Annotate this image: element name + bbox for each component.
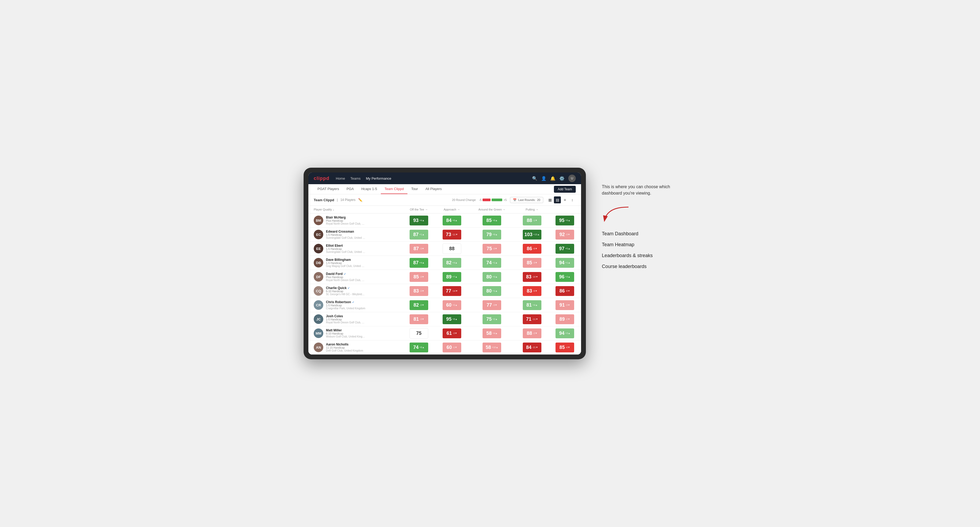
metric-value-approach-8: 58	[486, 330, 492, 336]
col-approach[interactable]: Approach →	[435, 206, 468, 213]
metric-box-tee-8: 61 -3▼	[442, 329, 461, 338]
player-name-2: Elliot Ebert	[326, 244, 366, 248]
col-off-tee[interactable]: Off the Tee →	[402, 206, 435, 213]
metric-value-quality-3: 87	[413, 260, 418, 266]
metric-value-green-1: 103	[524, 232, 532, 237]
metric-value-quality-0: 93	[413, 218, 418, 223]
player-details-8: Matt Miller 6-10 Handicap Woburn Golf Cl…	[326, 329, 366, 338]
metric-change: -1▼	[453, 346, 457, 349]
metric-putting-8: 94 +3▲	[548, 326, 581, 340]
metric-green-6: 81 +4▲	[516, 298, 549, 312]
round-change-label: 20 Round Change	[452, 198, 476, 202]
metric-box-green-3: 85 -3▼	[523, 258, 541, 268]
table-row[interactable]: JC Josh Coles 1-5 Handicap Royal North D…	[309, 312, 581, 326]
nav-my-performance[interactable]: My Performance	[366, 175, 391, 181]
player-name-5: Charlie Quick ✓	[326, 286, 366, 290]
player-handicap-0: Plus Handicap	[326, 219, 366, 222]
player-cell-8[interactable]: MM Matt Miller 6-10 Handicap Woburn Golf…	[309, 326, 402, 340]
metric-box-green-7: 71 -11▼	[523, 314, 541, 324]
metric-change: -3▼	[533, 261, 538, 264]
table-row[interactable]: BM Blair McHarg Plus Handicap Royal Nort…	[309, 213, 581, 227]
player-cell-9[interactable]: AN Aaron Nicholls 11-15 Handicap Drift G…	[309, 340, 402, 354]
metric-change: +2▲	[452, 304, 458, 306]
metric-change: -2▼	[566, 318, 570, 321]
tab-team-clippd[interactable]: Team Clippd	[381, 184, 407, 194]
metric-box-quality-4: 85 -3▼	[410, 272, 428, 282]
bell-icon[interactable]: 🔔	[550, 176, 555, 181]
metric-box-tee-5: 77 -14▼	[442, 286, 461, 296]
user-icon[interactable]: 👤	[541, 176, 546, 181]
player-cell-0[interactable]: BM Blair McHarg Plus Handicap Royal Nort…	[309, 213, 402, 227]
metric-putting-9: 85 -4▼	[548, 340, 581, 354]
col-putting[interactable]: Putting →	[516, 206, 549, 213]
avatar-initials-3: DB	[314, 258, 323, 268]
col-around-green[interactable]: Around the Green →	[468, 206, 516, 213]
view-toggle: ▦ ▤ ≡ ↕	[546, 197, 576, 203]
avatar-initials-7: JC	[314, 314, 323, 324]
metric-value-quality-6: 82	[414, 302, 419, 308]
tab-pgat-players[interactable]: PGAT Players	[314, 184, 343, 194]
search-icon[interactable]: 🔍	[532, 176, 538, 181]
edit-icon[interactable]: ✏️	[358, 198, 363, 202]
metric-value-quality-7: 81	[414, 316, 419, 322]
player-name-0: Blair McHarg	[326, 216, 366, 219]
metric-value-putting-3: 94	[559, 260, 565, 266]
metric-tee-6: 60 +2▲	[435, 298, 468, 312]
avatar-initials-4: DF	[314, 272, 323, 282]
table-row[interactable]: EC Edward Crossman 1-5 Handicap Sunningd…	[309, 227, 581, 242]
col-player-quality[interactable]: Player Quality ↓	[309, 206, 402, 213]
table-row[interactable]: DB Dave Billingham 1-5 Handicap Gog Mago…	[309, 256, 581, 270]
player-cell-3[interactable]: DB Dave Billingham 1-5 Handicap Gog Mago…	[309, 256, 402, 270]
table-row[interactable]: CR Chris Robertson ✓ 1-5 Handicap Craigm…	[309, 298, 581, 312]
metric-value-green-4: 83	[526, 274, 531, 280]
settings-view-button[interactable]: ↕	[569, 197, 576, 203]
player-cell-2[interactable]: EE Elliot Ebert 1-5 Handicap Sunningdale…	[309, 242, 402, 256]
table-row[interactable]: EE Elliot Ebert 1-5 Handicap Sunningdale…	[309, 242, 581, 256]
tab-all-players[interactable]: All Players	[422, 184, 445, 194]
grid-view-button[interactable]: ▦	[546, 197, 554, 203]
nav-home[interactable]: Home	[336, 175, 345, 181]
table-row[interactable]: DF David Ford ✓ Plus Handicap Royal Nort…	[309, 270, 581, 284]
last-rounds-button[interactable]: 📅 Last Rounds: 20	[510, 197, 543, 203]
table-row[interactable]: MM Matt Miller 6-10 Handicap Woburn Golf…	[309, 326, 581, 340]
metric-change: -8▼	[566, 290, 570, 292]
metric-tee-0: 84 +6▲	[435, 213, 468, 227]
metric-value-green-0: 88	[527, 218, 532, 223]
player-name-8: Matt Miller	[326, 329, 366, 332]
metric-box-approach-8: 58 +4▲	[482, 329, 501, 338]
bar-green	[492, 198, 502, 201]
table-row[interactable]: CQ Charlie Quick ✓ 6-10 Handicap St. Geo…	[309, 284, 581, 298]
player-avatar-8: MM	[314, 329, 323, 338]
tablet-frame: clippd Home Teams My Performance 🔍 👤 🔔 ⚙…	[304, 168, 586, 359]
metric-box-putting-8: 94 +3▲	[555, 329, 574, 338]
user-avatar[interactable]: U	[568, 175, 576, 182]
player-handicap-7: 1-5 Handicap	[326, 318, 366, 321]
player-cell-7[interactable]: JC Josh Coles 1-5 Handicap Royal North D…	[309, 312, 402, 326]
metric-putting-4: 96 +3▲	[548, 270, 581, 284]
metric-value-green-5: 83	[527, 288, 532, 294]
tab-hcaps[interactable]: Hcaps 1-5	[358, 184, 381, 194]
metric-approach-3: 74 +1▲	[468, 256, 516, 270]
heatmap-view-button[interactable]: ▤	[554, 197, 561, 203]
metric-putting-2: 97 +5▲	[548, 242, 581, 256]
list-view-button[interactable]: ≡	[562, 197, 568, 203]
tab-pga[interactable]: PGA	[343, 184, 357, 194]
add-team-button[interactable]: Add Team	[554, 186, 576, 193]
annotation-arrow	[602, 205, 634, 226]
nav-teams[interactable]: Teams	[350, 175, 361, 181]
nav-links: Home Teams My Performance	[336, 175, 526, 181]
table-row[interactable]: AN Aaron Nicholls 11-15 Handicap Drift G…	[309, 340, 581, 354]
metric-value-quality-2: 87	[414, 246, 419, 252]
player-cell-5[interactable]: CQ Charlie Quick ✓ 6-10 Handicap St. Geo…	[309, 284, 402, 298]
metric-value-approach-0: 85	[486, 218, 492, 223]
settings-icon[interactable]: ⚙️	[559, 176, 565, 181]
metric-value-tee-8: 61	[447, 330, 452, 336]
metric-change: -1▼	[533, 219, 538, 222]
player-cell-6[interactable]: CR Chris Robertson ✓ 1-5 Handicap Craigm…	[309, 298, 402, 312]
annotation-item-leaderboards: Leaderboards & streaks	[602, 253, 676, 259]
player-cell-4[interactable]: DF David Ford ✓ Plus Handicap Royal Nort…	[309, 270, 402, 284]
tab-tour[interactable]: Tour	[407, 184, 422, 194]
metric-quality-5: 83 -3▼	[402, 284, 435, 298]
player-cell-1[interactable]: EC Edward Crossman 1-5 Handicap Sunningd…	[309, 227, 402, 242]
player-info-0: BM Blair McHarg Plus Handicap Royal Nort…	[309, 213, 402, 227]
